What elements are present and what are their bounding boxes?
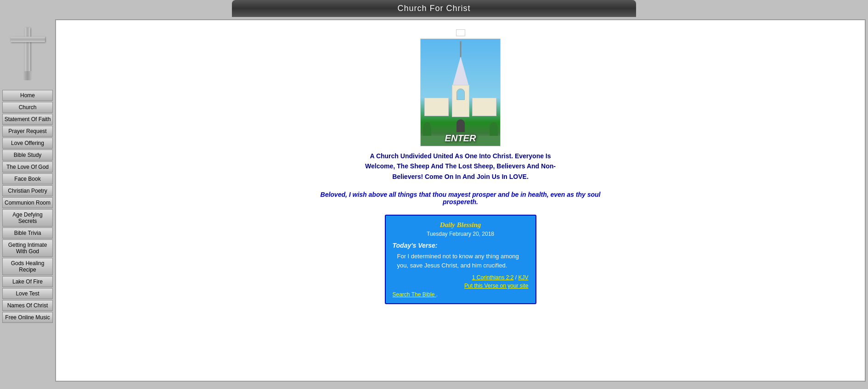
sidebar-item-gods-healing-recipe[interactable]: Gods Healing Recipe: [2, 258, 53, 275]
verse-reference: 1 Corinthians 2:2 / KJV: [393, 274, 529, 281]
daily-blessing-box: Daily Blessing Tuesday February 20, 2018…: [385, 215, 536, 304]
sidebar-item-the-love-of-god[interactable]: The Love Of God: [2, 161, 53, 172]
sidebar-item-lake-of-fire[interactable]: Lake Of Fire: [2, 276, 53, 287]
welcome-text: A Church Undivided United As One Into Ch…: [364, 151, 557, 182]
search-bible: Search The Bible .: [393, 291, 529, 298]
content-center: ENTER A Church Undivided United As One I…: [61, 25, 860, 309]
todays-verse-label: Today's Verse:: [393, 242, 529, 249]
site-title: Church For Christ: [397, 4, 470, 13]
sidebar-item-getting-intimate[interactable]: Getting Intimate With God: [2, 239, 53, 257]
verse-reference-link[interactable]: 1 Corinthians 2:2: [472, 274, 514, 281]
page-layout: Home Church Statement Of Faith Prayer Re…: [0, 17, 868, 384]
kjv-link[interactable]: KJV: [518, 274, 528, 281]
verse-text: For I determined not to know any thing a…: [393, 252, 529, 270]
sidebar-item-face-book[interactable]: Face Book: [2, 173, 53, 184]
sidebar-item-names-of-christ[interactable]: Names Of Christ: [2, 300, 53, 311]
sidebar-item-love-offering[interactable]: Love Offering: [2, 138, 53, 149]
daily-blessing-title: Daily Blessing: [393, 221, 529, 229]
sidebar-logo: [5, 19, 51, 86]
daily-blessing-date: Tuesday February 20, 2018: [393, 231, 529, 237]
church-image[interactable]: ENTER: [420, 39, 501, 146]
put-verse-link[interactable]: Put this Verse on your site: [464, 283, 528, 289]
sidebar: Home Church Statement Of Faith Prayer Re…: [0, 17, 55, 384]
sidebar-item-age-defying-secrets[interactable]: Age Defying Secrets: [2, 209, 53, 227]
sidebar-item-love-test[interactable]: Love Test: [2, 288, 53, 299]
sidebar-item-prayer-request[interactable]: Prayer Request: [2, 126, 53, 137]
title-bar: Church For Christ: [232, 0, 636, 17]
sidebar-item-christian-poetry[interactable]: Christian Poetry: [2, 185, 53, 196]
small-image: [456, 29, 465, 36]
sidebar-item-free-online-music[interactable]: Free Online Music: [2, 312, 53, 323]
sidebar-item-bible-study[interactable]: Bible Study: [2, 150, 53, 161]
sidebar-item-bible-trivia[interactable]: Bible Trivia: [2, 228, 53, 239]
sidebar-item-statement-of-faith[interactable]: Statement Of Faith: [2, 114, 53, 125]
put-verse: Put this Verse on your site: [393, 283, 529, 289]
sidebar-item-communion-room[interactable]: Communion Room: [2, 197, 53, 208]
sidebar-item-home[interactable]: Home: [2, 90, 53, 101]
bible-verse: Beloved, I wish above all things that th…: [304, 191, 617, 206]
search-period: .: [436, 291, 438, 298]
main-content: ENTER A Church Undivided United As One I…: [55, 19, 866, 382]
enter-label: ENTER: [445, 133, 476, 144]
search-bible-link[interactable]: Search The Bible: [393, 291, 436, 298]
sidebar-item-church[interactable]: Church: [2, 102, 53, 113]
